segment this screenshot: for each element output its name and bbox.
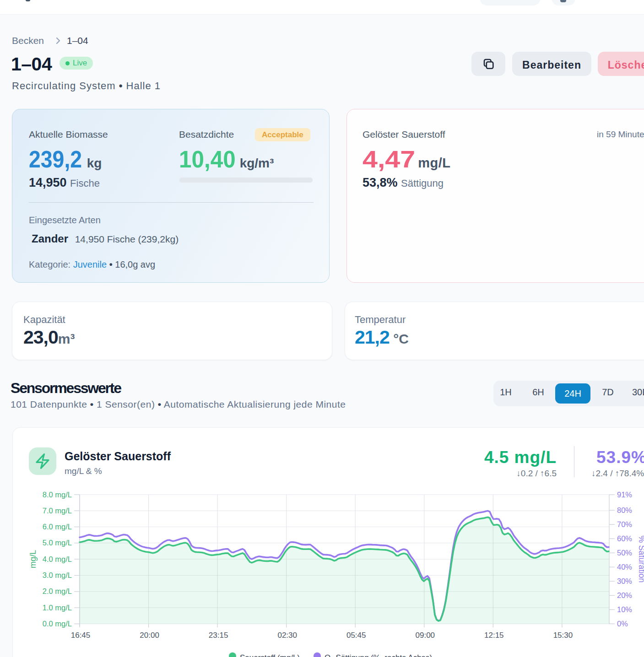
svg-text:60%: 60% [617, 534, 632, 543]
svg-text:70%: 70% [617, 520, 632, 528]
svg-text:23:15: 23:15 [209, 631, 228, 640]
svg-text:12:15: 12:15 [484, 631, 504, 640]
svg-text:0.0 mg/L: 0.0 mg/L [43, 619, 72, 628]
svg-text:2.0 mg/L: 2.0 mg/L [43, 587, 72, 595]
svg-text:20:00: 20:00 [140, 631, 159, 640]
svg-text:0%: 0% [617, 619, 628, 628]
svg-text:10%: 10% [617, 605, 632, 614]
svg-text:09:00: 09:00 [416, 631, 435, 640]
svg-text:8.0 mg/L: 8.0 mg/L [43, 490, 72, 499]
svg-text:Sauerstoff (mg/L): Sauerstoff (mg/L) [240, 653, 300, 657]
svg-text:7.0 mg/L: 7.0 mg/L [43, 506, 72, 515]
svg-text:1.0 mg/L: 1.0 mg/L [43, 603, 72, 612]
svg-text:O₂ Sättigung (%, rechte Achse): O₂ Sättigung (%, rechte Achse) [325, 653, 432, 657]
svg-text:20%: 20% [617, 591, 632, 599]
svg-text:30%: 30% [617, 577, 632, 585]
svg-text:% Saturation: % Saturation [637, 535, 644, 582]
svg-text:15:30: 15:30 [553, 631, 573, 640]
svg-text:mg/L: mg/L [28, 550, 38, 568]
svg-text:80%: 80% [617, 506, 632, 514]
svg-text:16:45: 16:45 [71, 631, 91, 640]
svg-text:3.0 mg/L: 3.0 mg/L [43, 571, 72, 579]
svg-text:6.0 mg/L: 6.0 mg/L [43, 522, 72, 531]
svg-text:02:30: 02:30 [277, 631, 297, 640]
svg-text:5.0 mg/L: 5.0 mg/L [43, 539, 72, 547]
svg-text:40%: 40% [617, 563, 632, 571]
svg-text:50%: 50% [617, 549, 632, 557]
svg-text:05:45: 05:45 [346, 631, 366, 640]
svg-text:4.0 mg/L: 4.0 mg/L [43, 555, 72, 563]
svg-text:91%: 91% [617, 490, 632, 499]
